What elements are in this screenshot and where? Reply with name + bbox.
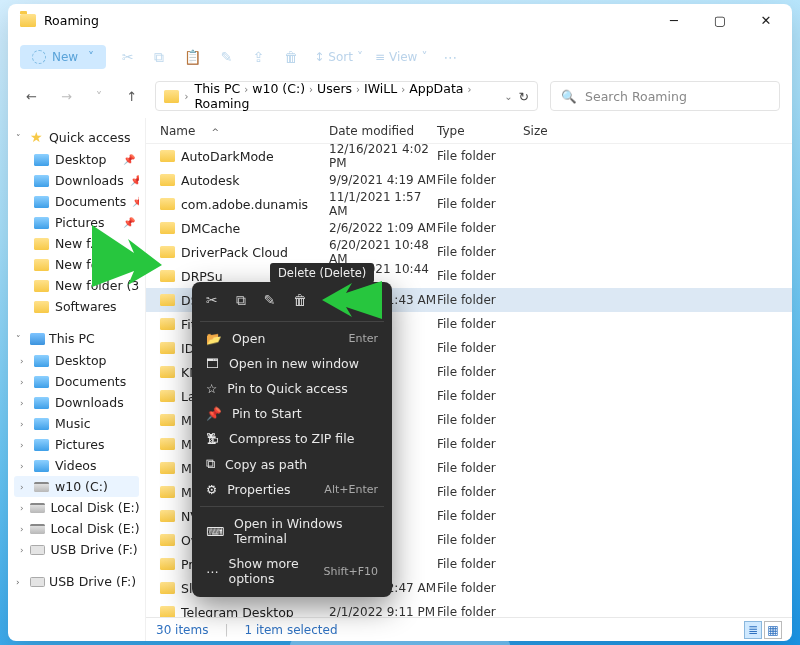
- svg-marker-0: [92, 225, 162, 287]
- recent-button[interactable]: ˅: [90, 87, 109, 106]
- folder-icon: [160, 222, 175, 234]
- copy-icon[interactable]: ⧉: [150, 45, 168, 70]
- blue-icon: [34, 439, 49, 451]
- ctx-cut-icon[interactable]: ✂: [206, 292, 218, 309]
- sidebar-item[interactable]: Documents📌: [14, 191, 139, 212]
- disk-icon: [30, 503, 45, 513]
- sidebar-item[interactable]: › Local Disk (E:): [14, 518, 139, 539]
- sidebar-item[interactable]: › Videos: [14, 455, 139, 476]
- refresh-button[interactable]: ↻: [519, 89, 529, 104]
- context-item[interactable]: 🗔 Open in new window: [192, 351, 392, 376]
- usb-drive-header[interactable]: ›USB Drive (F:): [14, 570, 139, 593]
- star-icon: ☆: [206, 381, 217, 396]
- context-item[interactable]: 🗜 Compress to ZIP file: [192, 426, 392, 451]
- context-item[interactable]: 📂 OpenEnter: [192, 326, 392, 351]
- share-icon[interactable]: ⇪: [248, 45, 268, 69]
- item-count: 30 items: [156, 623, 208, 637]
- file-row[interactable]: com.adobe.dunamis 11/1/2021 1:57 AM File…: [146, 192, 792, 216]
- folder-icon: [160, 270, 175, 282]
- folder-icon: [160, 294, 175, 306]
- star-icon: ★: [30, 130, 45, 145]
- sidebar-item[interactable]: › Local Disk (E:): [14, 497, 139, 518]
- status-bar: 30 items | 1 item selected ≣ ▦: [146, 617, 792, 641]
- annotation-arrow-1: [92, 225, 162, 287]
- sidebar-item[interactable]: Softwares: [14, 296, 139, 317]
- up-button[interactable]: ↑: [120, 87, 143, 106]
- folder-icon: [160, 390, 175, 402]
- view-menu-button[interactable]: ≡ View ˅: [375, 50, 428, 64]
- breadcrumb-segment[interactable]: w10 (C:): [252, 81, 305, 96]
- file-row[interactable]: Telegram Desktop 2/1/2022 9:11 PM File f…: [146, 600, 792, 617]
- forward-button[interactable]: →: [55, 87, 78, 106]
- sidebar-item[interactable]: › Music: [14, 413, 139, 434]
- sidebar-item[interactable]: Desktop📌: [14, 149, 139, 170]
- breadcrumb-segment[interactable]: IWiLL: [364, 81, 397, 96]
- ctx-copy-icon[interactable]: ⧉: [236, 292, 246, 309]
- breadcrumb-segment[interactable]: This PC: [195, 81, 241, 96]
- file-row[interactable]: DriverPack Cloud 6/20/2021 10:48 AM File…: [146, 240, 792, 264]
- pin-icon: 📌: [206, 406, 222, 421]
- sidebar-item[interactable]: › USB Drive (F:): [14, 539, 139, 560]
- folder-icon: [160, 366, 175, 378]
- back-button[interactable]: ←: [20, 87, 43, 106]
- win-icon: 🗔: [206, 356, 219, 371]
- sort-button[interactable]: ↕ Sort ˅: [314, 50, 363, 64]
- search-input[interactable]: 🔍 Search Roaming: [550, 81, 780, 111]
- large-icons-button[interactable]: ▦: [764, 621, 782, 639]
- context-item[interactable]: ☆ Pin to Quick access: [192, 376, 392, 401]
- close-button[interactable]: ✕: [752, 13, 780, 28]
- blue-icon: [34, 397, 49, 409]
- pc-icon: [30, 333, 45, 345]
- minimize-button[interactable]: ─: [660, 13, 688, 28]
- context-item[interactable]: 📌 Pin to Start: [192, 401, 392, 426]
- rename-icon[interactable]: ✎: [217, 45, 237, 69]
- sidebar-item[interactable]: › Desktop: [14, 350, 139, 371]
- folder-icon: [34, 259, 49, 271]
- context-item[interactable]: ⌨ Open in Windows Terminal: [192, 511, 392, 551]
- folder-icon: [160, 174, 175, 186]
- titlebar[interactable]: Roaming ─ ▢ ✕: [8, 4, 792, 36]
- file-row[interactable]: Autodesk 9/9/2021 4:19 AM File folder: [146, 168, 792, 192]
- ctx-rename-icon[interactable]: ✎: [264, 292, 276, 309]
- breadcrumb-segment[interactable]: Users: [317, 81, 352, 96]
- breadcrumb[interactable]: › This PC › w10 (C:) › Users › IWiLL › A…: [155, 81, 538, 111]
- sidebar-item[interactable]: › w10 (C:): [14, 476, 139, 497]
- folder-icon: [160, 486, 175, 498]
- folder-icon: [164, 90, 178, 103]
- folder-icon: [34, 217, 49, 229]
- folder-icon: [160, 606, 175, 617]
- usb-icon: [30, 545, 45, 555]
- context-item[interactable]: ⧉ Copy as path: [192, 451, 392, 477]
- folder-icon: [160, 318, 175, 330]
- sidebar-item[interactable]: › Documents: [14, 371, 139, 392]
- file-row[interactable]: DMCache 2/6/2022 1:09 AM File folder: [146, 216, 792, 240]
- sidebar-item[interactable]: › Pictures: [14, 434, 139, 455]
- taskbar-hint: [290, 639, 510, 645]
- breadcrumb-segment[interactable]: AppData: [409, 81, 463, 96]
- paste-icon[interactable]: 📋: [180, 45, 205, 69]
- column-headers[interactable]: Name^ Date modified Type Size: [146, 118, 792, 144]
- folder-icon: [34, 238, 49, 250]
- folder-icon: [160, 198, 175, 210]
- blue-icon: [34, 376, 49, 388]
- delete-icon[interactable]: 🗑: [280, 45, 302, 69]
- maximize-button[interactable]: ▢: [706, 13, 734, 28]
- pin-icon: 📌: [123, 154, 135, 165]
- new-button[interactable]: New ˅: [20, 45, 106, 69]
- quick-access-header[interactable]: ˅★Quick access: [14, 126, 139, 149]
- file-row[interactable]: AutoDarkMode 12/16/2021 4:02 PM File fol…: [146, 144, 792, 168]
- context-item[interactable]: ⋯ Show more optionsShift+F10: [192, 551, 392, 591]
- folder-icon: [34, 175, 49, 187]
- this-pc-header[interactable]: ˅This PC: [14, 327, 139, 350]
- folder-icon: [160, 150, 175, 162]
- cut-icon[interactable]: ✂: [118, 45, 138, 69]
- sidebar-item[interactable]: Downloads📌: [14, 170, 139, 191]
- breadcrumb-segment[interactable]: Roaming: [195, 96, 250, 111]
- more-icon[interactable]: ⋯: [439, 45, 461, 69]
- details-view-button[interactable]: ≣: [744, 621, 762, 639]
- folder-icon: [20, 14, 36, 27]
- usb-icon: [30, 577, 45, 587]
- sidebar-item[interactable]: › Downloads: [14, 392, 139, 413]
- ctx-delete-icon[interactable]: 🗑: [293, 292, 307, 309]
- context-item[interactable]: ⚙ PropertiesAlt+Enter: [192, 477, 392, 502]
